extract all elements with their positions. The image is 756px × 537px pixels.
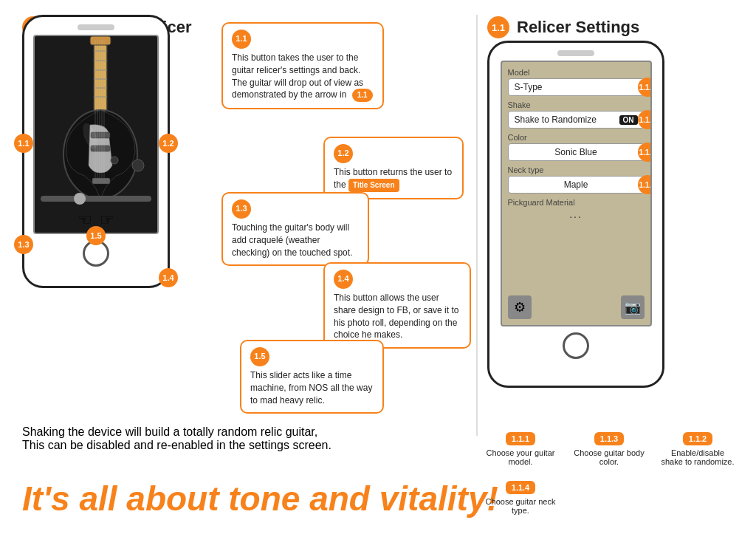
- legend-section: 1.1.1 Choose your guitar model. 1.1.3 Ch…: [484, 432, 749, 515]
- badge-1-1: 1.1: [14, 134, 33, 153]
- value-pickguard: ...: [508, 208, 645, 220]
- divider: [476, 15, 478, 436]
- badge-1-1-2: 1.1.2: [638, 110, 652, 129]
- legend-1-1-2: 1.1.2 Enable/disable shake to randomize.: [661, 432, 735, 466]
- phone-speaker-left: [78, 24, 114, 30]
- title-screen-badge: Title Screen: [348, 179, 399, 192]
- right-badge: 1.1: [487, 16, 509, 38]
- badge-1-5: 1.5: [86, 226, 106, 245]
- badge-1-1-1: 1.1.1: [638, 78, 652, 97]
- callout-1-2: 1.2 This button returns the user to the …: [323, 137, 464, 199]
- callout-badge-1-5: 1.5: [250, 347, 269, 366]
- svg-rect-16: [92, 178, 110, 184]
- field-shake[interactable]: Shake to Randomize ON 1.1.2: [508, 111, 645, 129]
- callout-1-4-text: This button allows the user share design…: [334, 293, 458, 340]
- right-section-header: 1.1 Relicer Settings: [487, 16, 639, 38]
- legend-1-1-3: 1.1.3 Choose guitar body color.: [572, 432, 646, 466]
- desc-line1: Shaking the device will build a totally …: [22, 425, 331, 439]
- slider-thumb: [74, 193, 86, 205]
- badge-1-1-4: 1.1.4: [638, 175, 652, 194]
- phone-home-right[interactable]: [563, 332, 589, 359]
- badge-1-1-3: 1.1.3: [638, 143, 652, 162]
- legend-1-1-1: 1.1.1 Choose your guitar model.: [484, 432, 557, 466]
- label-color: Color: [508, 133, 645, 142]
- gear-icon[interactable]: ⚙: [508, 295, 532, 319]
- share-icon[interactable]: 📷: [621, 295, 645, 319]
- legend-text-1-1-2: Enable/disable shake to randomize.: [661, 448, 735, 466]
- svg-rect-7: [90, 36, 111, 45]
- phone-speaker-right: [557, 50, 594, 56]
- left-phone-screen: ☜ ☞: [33, 35, 159, 234]
- callout-1-1-text: This button takes the user to the guitar…: [232, 52, 363, 100]
- legend-badge-1-1-1: 1.1.1: [506, 432, 535, 445]
- callout-badge-1-1: 1.1: [232, 30, 251, 49]
- legend-1-1-4: 1.1.4 Choose guitar neck type.: [484, 481, 557, 515]
- settings-row-color: Color Sonic Blue 1.1.3: [508, 133, 645, 161]
- left-phone: ☜ ☞ 1.1 1.2 1.3 1.4 1.5: [22, 15, 170, 288]
- guitar-svg: [35, 36, 159, 206]
- callout-badge-1-4: 1.4: [334, 270, 353, 289]
- legend-badge-1-1-4: 1.1.4: [506, 481, 535, 494]
- legend-text-1-1-4: Choose guitar neck type.: [484, 497, 557, 515]
- annot-1-4-left: 1.4: [159, 268, 178, 287]
- screen-bottom-bar: ⚙ 📷: [508, 295, 645, 319]
- label-model: Model: [508, 68, 645, 77]
- field-neck[interactable]: Maple 1.1.4: [508, 176, 645, 194]
- value-color: Sonic Blue: [554, 147, 597, 157]
- value-model: S-Type: [515, 82, 543, 92]
- right-phone: Model S-Type 1.1.1 Shake Shake to Random…: [487, 41, 664, 388]
- annot-1-5-left: 1.5: [86, 226, 106, 245]
- callout-1-5-text: This slider acts like a time machine, fr…: [250, 370, 372, 406]
- right-phone-screen: Model S-Type 1.1.1 Shake Shake to Random…: [501, 61, 652, 326]
- legend-text-1-1-1: Choose your guitar model.: [484, 448, 557, 466]
- label-pickguard: Pickguard Material: [508, 198, 645, 207]
- settings-row-model: Model S-Type 1.1.1: [508, 68, 645, 96]
- legend-text-1-1-3: Choose guitar body color.: [572, 448, 646, 466]
- callout-badge-1-2: 1.2: [334, 144, 353, 163]
- callout-1-3: 1.3 Touching the guitar's body will add …: [221, 192, 369, 266]
- desc-line2: This can be disabled and re-enabled in t…: [22, 439, 331, 452]
- callout-1-1-inline: 1.1: [352, 89, 373, 102]
- label-shake: Shake: [508, 100, 645, 109]
- label-neck: Neck type: [508, 165, 645, 174]
- legend-badge-1-1-2: 1.1.2: [683, 432, 712, 445]
- callout-1-1: 1.1 This button takes the user to the gu…: [221, 22, 384, 109]
- field-model[interactable]: S-Type 1.1.1: [508, 78, 645, 96]
- callout-1-4: 1.4 This button allows the user share de…: [323, 262, 471, 349]
- annot-1-1-left: 1.1: [14, 134, 33, 153]
- value-neck: Maple: [564, 179, 588, 190]
- annot-1-2-left: 1.2: [159, 134, 178, 153]
- badge-1-4: 1.4: [159, 268, 178, 287]
- phone-slider[interactable]: [41, 196, 151, 202]
- badge-1-2: 1.2: [159, 134, 178, 153]
- settings-row-pickguard: Pickguard Material ...: [508, 198, 645, 220]
- value-shake: Shake to Randomize: [515, 114, 597, 125]
- bottom-tagline: It's all about tone and vitality!: [22, 479, 498, 519]
- annot-1-3-left: 1.3: [14, 235, 33, 254]
- badge-1-3: 1.3: [14, 235, 33, 254]
- on-badge: ON: [619, 115, 638, 125]
- svg-point-17: [111, 157, 118, 164]
- callout-1-3-text: Touching the guitar's body will add craq…: [232, 222, 352, 258]
- legend-badge-1-1-3: 1.1.3: [594, 432, 624, 445]
- bottom-desc: Shaking the device will build a totally …: [22, 425, 331, 452]
- svg-point-18: [132, 160, 144, 171]
- field-color[interactable]: Sonic Blue 1.1.3: [508, 143, 645, 161]
- callout-badge-1-3: 1.3: [232, 199, 251, 219]
- settings-row-neck: Neck type Maple 1.1.4: [508, 165, 645, 194]
- right-title: Relicer Settings: [517, 18, 639, 37]
- settings-row-shake: Shake Shake to Randomize ON 1.1.2: [508, 100, 645, 129]
- callout-1-5: 1.5 This slider acts like a time machine…: [240, 340, 384, 414]
